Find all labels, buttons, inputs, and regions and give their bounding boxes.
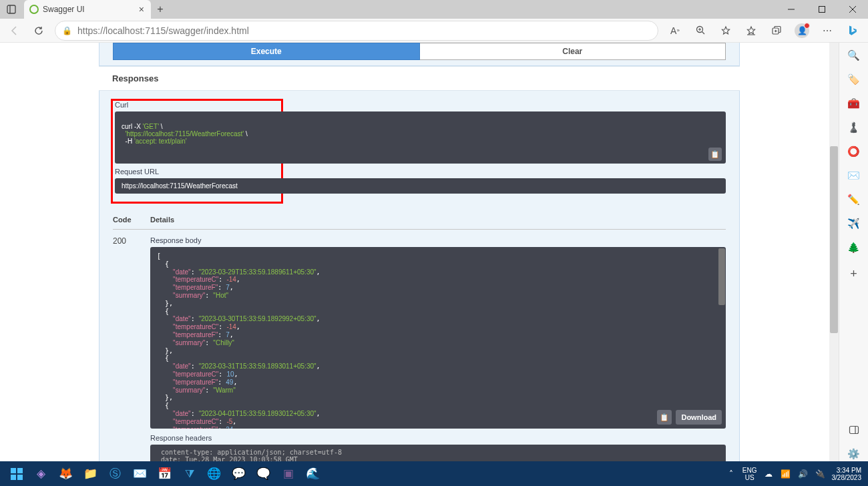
games-icon[interactable]: ♟️ (847, 120, 861, 135)
svg-rect-19 (17, 475, 23, 480)
responses-heading: Responses (99, 66, 740, 91)
edge-icon[interactable]: 🌊 (300, 461, 325, 486)
terminal-icon[interactable]: ▣ (276, 461, 300, 486)
system-tray[interactable]: ˄ ENGUS ☁ 📶 🔊 🔌 3:34 PM3/28/2023 (725, 467, 864, 481)
address-bar: 🔒 https://localhost:7115/swagger/index.h… (0, 19, 868, 43)
server-response-label: Server response (115, 196, 281, 198)
sidebar-toggle-icon[interactable] (847, 423, 861, 437)
tab-actions-button[interactable] (0, 0, 23, 19)
taskbar: ◈ 🦊 📁 Ⓢ ✉️ 📅 ⧩ 🌐 💬 🗨️ ▣ 🌊 ˄ ENGUS ☁ 📶 🔊 … (0, 461, 868, 486)
url-text: https://localhost:7115/swagger/index.htm… (77, 25, 249, 36)
curl-block: curl -X 'GET' \ 'https://localhost:7115/… (115, 111, 726, 164)
clock[interactable]: 3:34 PM3/28/2023 (832, 467, 865, 481)
eco-icon[interactable]: 🌲 (847, 240, 861, 255)
page-viewport: Execute Clear Responses Curl curl -X 'GE… (0, 43, 839, 461)
app2-icon[interactable]: 🗨️ (251, 461, 276, 486)
highlighted-region: Curl curl -X 'GET' \ 'https://localhost:… (111, 99, 283, 204)
svg-rect-18 (11, 475, 16, 480)
settings-icon[interactable]: ⚙️ (847, 447, 861, 461)
response-body-block[interactable]: [ { "date": "2023-03-29T15:33:59.1889611… (150, 247, 726, 429)
url-input[interactable]: 🔒 https://localhost:7115/swagger/index.h… (55, 21, 658, 41)
svg-rect-14 (849, 427, 858, 434)
details-column-header: Details (150, 216, 174, 224)
back-button[interactable] (4, 21, 25, 41)
vscode-icon[interactable]: ⧩ (177, 461, 202, 486)
status-code: 200 (113, 236, 150, 461)
skype-icon[interactable]: Ⓢ (103, 461, 128, 486)
maximize-button[interactable] (807, 0, 837, 19)
app1-icon[interactable]: 💬 (226, 461, 251, 486)
vs-icon[interactable]: ◈ (29, 461, 53, 486)
language-indicator[interactable]: ENGUS (742, 467, 757, 481)
response-body-wrap: [ { "date": "2023-03-29T15:33:59.1889611… (150, 247, 726, 429)
swagger-favicon-icon (29, 5, 39, 14)
svg-rect-0 (7, 5, 15, 13)
shopping-tag-icon[interactable]: 🏷️ (847, 72, 861, 87)
onedrive-icon[interactable]: ☁ (763, 468, 775, 480)
copy-curl-button[interactable]: 📋 (708, 148, 722, 161)
more-button[interactable]: ⋯ (816, 21, 839, 41)
window-titlebar: Swagger UI × + (0, 0, 868, 19)
avatar-icon: 👤 (795, 23, 809, 38)
zoom-button[interactable] (689, 21, 712, 41)
response-body-label: Response body (150, 236, 726, 244)
firefox-icon[interactable]: 🦊 (53, 461, 78, 486)
lock-icon: 🔒 (62, 26, 72, 35)
code-column-header: Code (113, 216, 150, 224)
page-scrollbar[interactable] (829, 43, 839, 461)
edge-sidebar: 🔍 🏷️ 🧰 ♟️ ⭕ ✉️ ✏️ ✈️ 🌲 + ⚙️ (839, 43, 868, 461)
download-button[interactable]: Download (676, 410, 722, 425)
browser-tab[interactable]: Swagger UI × (24, 0, 151, 19)
copy-response-button[interactable]: 📋 (657, 410, 672, 425)
sidebar-add-button[interactable]: + (850, 267, 857, 281)
read-aloud-button[interactable]: A» (664, 21, 686, 41)
search-icon[interactable]: 🔍 (847, 48, 861, 63)
new-tab-button[interactable]: + (151, 0, 170, 19)
start-button[interactable] (4, 461, 29, 486)
favorites-button[interactable] (740, 21, 763, 41)
tools-icon[interactable]: 🧰 (847, 96, 861, 111)
bing-button[interactable] (841, 21, 864, 41)
wifi-icon[interactable]: 📶 (780, 468, 792, 480)
request-url-block: https://localhost:7115/WeatherForecast (115, 178, 726, 194)
response-scroll-thumb[interactable] (718, 248, 725, 305)
request-url-label: Request URL (115, 168, 281, 176)
battery-icon[interactable]: 🔌 (815, 468, 827, 480)
collections-button[interactable] (765, 21, 788, 41)
svg-line-7 (702, 32, 704, 35)
chrome-icon[interactable]: 🌐 (202, 461, 226, 486)
svg-rect-17 (17, 468, 23, 473)
page-scroll-thumb[interactable] (830, 146, 838, 333)
mail-icon[interactable]: ✉️ (128, 461, 152, 486)
curl-label: Curl (115, 101, 281, 109)
edit-icon[interactable]: ✏️ (847, 192, 861, 207)
explorer-icon[interactable]: 📁 (78, 461, 103, 486)
close-window-button[interactable] (837, 0, 868, 19)
execute-button[interactable]: Execute (113, 43, 420, 60)
tab-title: Swagger UI (43, 5, 135, 14)
minimize-button[interactable] (776, 0, 807, 19)
svg-rect-16 (11, 468, 16, 473)
favorites-add-button[interactable] (714, 21, 737, 41)
refresh-button[interactable] (28, 21, 49, 41)
calendar-icon[interactable]: 📅 (152, 461, 177, 486)
response-headers-label: Response headers (150, 434, 726, 442)
microsoft365-icon[interactable]: ⭕ (847, 144, 861, 159)
response-headers-block: content-type: application/json; charset=… (150, 445, 726, 461)
profile-button[interactable]: 👤 (791, 21, 813, 41)
drop-icon[interactable]: ✈️ (847, 216, 861, 231)
tab-close-icon[interactable]: × (139, 4, 144, 15)
clear-button[interactable]: Clear (420, 43, 726, 60)
outlook-icon[interactable]: ✉️ (847, 168, 861, 183)
volume-icon[interactable]: 🔊 (797, 468, 809, 480)
tray-chevron-icon[interactable]: ˄ (725, 468, 737, 480)
svg-rect-3 (819, 7, 825, 13)
